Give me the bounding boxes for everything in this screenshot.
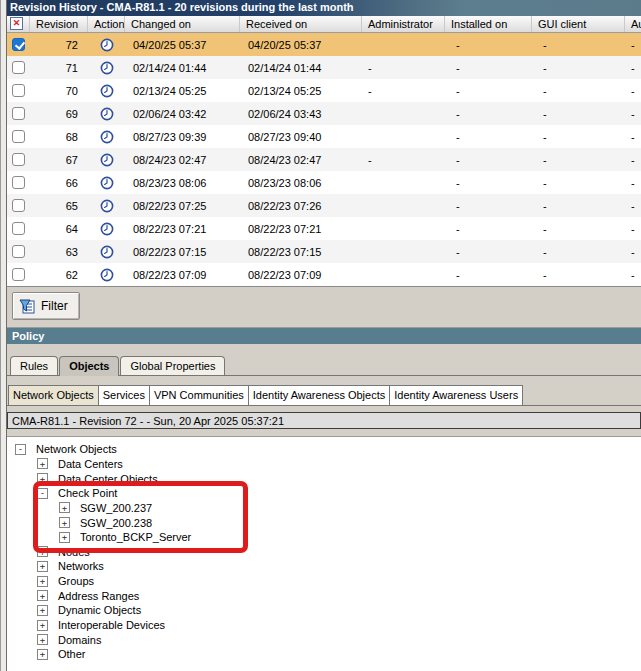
row-checkbox[interactable]	[12, 153, 25, 166]
tree-item-label[interactable]: SGW_200.237	[80, 502, 152, 514]
row-checkbox[interactable]	[12, 245, 25, 258]
row-checkbox[interactable]	[12, 38, 25, 51]
revision-row[interactable]: 6708/24/23 02:4708/24/23 02:47----	[7, 148, 641, 171]
revision-row[interactable]: 7204/20/25 05:3704/20/25 05:37---	[7, 33, 641, 56]
expand-icon[interactable]: +	[37, 634, 48, 645]
revision-cell: 70	[30, 85, 88, 97]
expand-icon[interactable]: +	[37, 620, 48, 631]
row-checkbox[interactable]	[12, 268, 25, 281]
expand-icon[interactable]: +	[37, 473, 48, 484]
row-checkbox[interactable]	[12, 199, 25, 212]
tree-item-label[interactable]: Other	[58, 648, 86, 660]
revision-row[interactable]: 6208/22/23 07:0908/22/23 07:09---	[7, 263, 641, 286]
action-cell	[88, 107, 125, 121]
tree-item: +Domains	[37, 632, 641, 647]
expand-icon[interactable]: +	[37, 605, 48, 616]
row-checkbox[interactable]	[12, 84, 25, 97]
subtab-network-objects[interactable]: Network Objects	[8, 385, 99, 406]
collapse-icon[interactable]: -	[15, 444, 26, 455]
action-cell	[88, 38, 125, 52]
clock-icon	[100, 222, 114, 236]
policy-titlebar: Policy	[7, 327, 641, 344]
installed-on-cell: -	[445, 62, 532, 74]
tree-item-label[interactable]: Nodes	[58, 546, 90, 558]
expand-icon[interactable]: +	[37, 649, 48, 660]
column-header-changed-on[interactable]: Changed on	[125, 16, 240, 32]
changed-on-cell: 08/22/23 07:15	[125, 246, 240, 258]
left-splitter-gutter[interactable]	[0, 0, 7, 671]
action-cell	[88, 176, 125, 190]
tree-item-label[interactable]: Groups	[58, 575, 94, 587]
revision-row[interactable]: 6508/22/23 07:2508/22/23 07:26---	[7, 194, 641, 217]
expand-icon[interactable]: +	[59, 517, 70, 528]
tree-item-label[interactable]: Data Center Objects	[58, 473, 158, 485]
audit-cell: -	[625, 246, 641, 258]
received-on-cell: 08/22/23 07:09	[240, 269, 362, 281]
expand-icon[interactable]: +	[37, 458, 48, 469]
expand-icon[interactable]: +	[59, 532, 70, 543]
tree-item-label[interactable]: Address Ranges	[58, 590, 139, 602]
column-header-audit[interactable]: Au	[625, 16, 641, 32]
policy-title: Policy	[12, 330, 44, 342]
expand-icon[interactable]: +	[37, 576, 48, 587]
column-header-received-on[interactable]: Received on	[240, 16, 362, 32]
subtab-services[interactable]: Services	[98, 385, 150, 406]
tree-item-label[interactable]: SGW_200.238	[80, 517, 152, 529]
action-cell	[88, 153, 125, 167]
subtab-identity-awareness-users[interactable]: Identity Awareness Users	[389, 385, 523, 406]
filter-button[interactable]: Filter	[12, 292, 80, 320]
tree-item-label[interactable]: Networks	[58, 560, 104, 572]
row-checkbox[interactable]	[12, 222, 25, 235]
revision-row[interactable]: 6308/22/23 07:1508/22/23 07:15---	[7, 240, 641, 263]
subtab-vpn-communities[interactable]: VPN Communities	[149, 385, 249, 406]
column-header-administrator[interactable]: Administrator	[362, 16, 445, 32]
expand-icon[interactable]: +	[59, 502, 70, 513]
revision-row[interactable]: 7102/14/24 01:4402/14/24 01:44----	[7, 56, 641, 79]
revision-row[interactable]: 6808/27/23 09:3908/27/23 09:40---	[7, 125, 641, 148]
tab-rules[interactable]: Rules	[10, 356, 58, 375]
revision-row[interactable]: 6408/22/23 07:2108/22/23 07:21---	[7, 217, 641, 240]
gui-client-cell: -	[532, 177, 625, 189]
clock-icon	[100, 176, 114, 190]
revision-row[interactable]: 7002/13/24 05:2502/13/24 05:25----	[7, 79, 641, 102]
expand-icon[interactable]: +	[37, 546, 48, 557]
changed-on-cell: 02/14/24 01:44	[125, 62, 240, 74]
row-checkbox[interactable]	[12, 61, 25, 74]
changed-on-cell: 08/22/23 07:09	[125, 269, 240, 281]
tree-item-label[interactable]: Dynamic Objects	[58, 604, 141, 616]
tab-objects[interactable]: Objects	[59, 356, 119, 376]
column-header-gui-client[interactable]: GUI client	[532, 16, 625, 32]
column-header-action[interactable]: Action	[88, 16, 125, 32]
revision-row[interactable]: 6902/06/24 03:4202/06/24 03:43---	[7, 102, 641, 125]
column-header-revision[interactable]: Revision	[30, 16, 88, 32]
action-cell	[88, 199, 125, 213]
column-header-installed-on[interactable]: Installed on	[445, 16, 532, 32]
tree-item-label[interactable]: Interoperable Devices	[58, 619, 165, 631]
expand-icon[interactable]: +	[37, 590, 48, 601]
tree-item-label[interactable]: Domains	[58, 634, 101, 646]
received-on-cell: 08/22/23 07:15	[240, 246, 362, 258]
clock-icon	[100, 38, 114, 52]
tree-item: +Interoperable Devices	[37, 618, 641, 633]
tree-item-label[interactable]: Data Centers	[58, 458, 123, 470]
expand-icon[interactable]: +	[37, 561, 48, 572]
tree-item-label[interactable]: Check Point	[58, 487, 117, 499]
row-checkbox[interactable]	[12, 176, 25, 189]
audit-cell: -	[625, 62, 641, 74]
tab-global-properties[interactable]: Global Properties	[120, 356, 225, 375]
clear-selection-icon[interactable]: ✕	[10, 17, 23, 30]
clock-icon	[100, 107, 114, 121]
clear-selection-column-header[interactable]: ✕	[7, 16, 30, 32]
tree-item-label[interactable]: Network Objects	[36, 443, 117, 455]
revision-row[interactable]: 6608/23/23 08:0608/23/23 08:06---	[7, 171, 641, 194]
row-checkbox[interactable]	[12, 107, 25, 120]
changed-on-cell: 08/27/23 09:39	[125, 131, 240, 143]
tree-item: -Network Objects	[15, 442, 641, 457]
subtab-identity-awareness-objects[interactable]: Identity Awareness Objects	[248, 385, 390, 406]
revision-cell: 72	[30, 39, 88, 51]
row-checkbox[interactable]	[12, 130, 25, 143]
gui-client-cell: -	[532, 246, 625, 258]
clock-icon	[100, 245, 114, 259]
collapse-icon[interactable]: -	[37, 488, 48, 499]
tree-item-label[interactable]: Toronto_BCKP_Server	[80, 531, 191, 543]
